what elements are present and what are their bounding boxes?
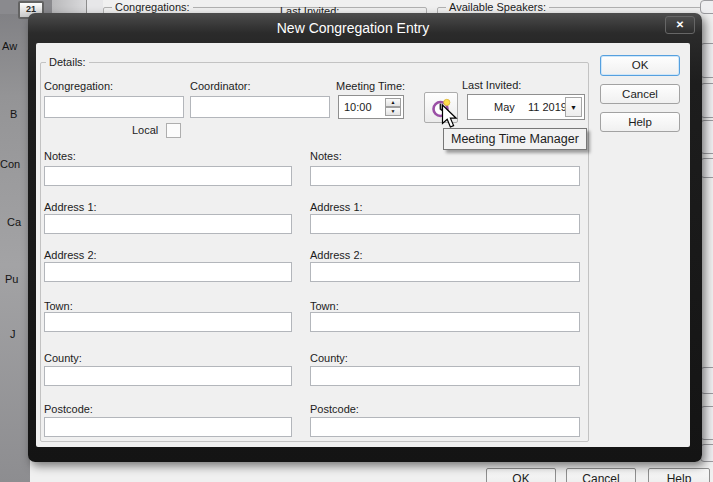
postcode-right-label: Postcode: bbox=[310, 403, 359, 415]
chevron-down-icon: ▼ bbox=[570, 104, 577, 111]
town-left-input[interactable] bbox=[44, 312, 292, 332]
mouse-cursor bbox=[441, 104, 459, 132]
rail-label-clipped: Aw bbox=[2, 40, 17, 52]
meeting-time-value: 10:00 bbox=[344, 101, 372, 113]
spin-up-button[interactable]: ▲ bbox=[385, 98, 401, 107]
rail-label-clipped: J bbox=[10, 328, 16, 340]
last-invited-date-dropdown[interactable]: May 11 2019 ▼ bbox=[467, 94, 585, 120]
local-label: Local bbox=[132, 124, 158, 136]
close-button[interactable]: ✕ bbox=[665, 16, 695, 34]
meeting-time-spinner[interactable]: 10:00 ▲ ▼ bbox=[338, 95, 404, 119]
postcode-right-input[interactable] bbox=[310, 417, 580, 437]
address1-right-label: Address 1: bbox=[310, 201, 363, 213]
background-partial-button bbox=[700, 0, 713, 14]
county-left-label: County: bbox=[44, 352, 82, 364]
notes-left-label: Notes: bbox=[44, 150, 76, 162]
background-toolbar-segment bbox=[52, 0, 87, 14]
rail-label-clipped: B bbox=[10, 108, 17, 120]
meeting-time-label: Meeting Time: bbox=[336, 80, 405, 92]
background-toolbar-segment bbox=[87, 0, 103, 14]
help-button[interactable]: Help bbox=[600, 112, 680, 132]
parent-cancel-button[interactable]: Cancel bbox=[566, 468, 636, 482]
address2-left-label: Address 2: bbox=[44, 249, 97, 261]
spin-down-icon: ▼ bbox=[391, 108, 396, 114]
background-left-rail bbox=[0, 0, 30, 482]
date-month-value: May bbox=[494, 101, 515, 113]
ok-button[interactable]: OK bbox=[600, 55, 680, 76]
coordinator-input[interactable] bbox=[190, 96, 330, 118]
postcode-left-label: Postcode: bbox=[44, 403, 93, 415]
dropdown-button[interactable]: ▼ bbox=[565, 97, 582, 117]
spin-up-icon: ▲ bbox=[391, 99, 396, 105]
rail-label-clipped: Ca bbox=[7, 216, 21, 228]
congregations-group-label: Congregations: bbox=[112, 1, 193, 13]
parent-help-button[interactable]: Help bbox=[648, 468, 710, 482]
postcode-left-input[interactable] bbox=[44, 417, 292, 437]
spinner-buttons: ▲ ▼ bbox=[385, 98, 401, 116]
date-day-year-value: 11 2019 bbox=[528, 101, 567, 113]
congregation-input[interactable] bbox=[44, 96, 184, 118]
screen: Aw B Con Ca Pu J 21 Congregations: Avail… bbox=[0, 0, 713, 482]
town-right-label: Town: bbox=[310, 300, 339, 312]
county-right-label: County: bbox=[310, 352, 348, 364]
address1-left-input[interactable] bbox=[44, 214, 292, 234]
details-group-label: Details: bbox=[46, 56, 89, 68]
town-left-label: Town: bbox=[44, 300, 73, 312]
county-left-input[interactable] bbox=[44, 366, 292, 386]
dialog-panel: Details: Congregation: Coordinator: Meet… bbox=[36, 43, 690, 447]
address2-right-label: Address 2: bbox=[310, 249, 363, 261]
new-congregation-dialog: New Congregation Entry ✕ Details: Congre… bbox=[28, 13, 702, 462]
congregation-label: Congregation: bbox=[44, 80, 113, 92]
close-icon: ✕ bbox=[676, 19, 684, 30]
notes-right-input[interactable] bbox=[310, 166, 580, 186]
last-invited-label: Last Invited: bbox=[462, 79, 521, 91]
available-speakers-group-label: Available Speakers: bbox=[446, 1, 549, 13]
address2-right-input[interactable] bbox=[310, 262, 580, 282]
town-right-input[interactable] bbox=[310, 312, 580, 332]
rail-label-clipped: Pu bbox=[5, 273, 18, 285]
coordinator-label: Coordinator: bbox=[190, 80, 251, 92]
dialog-title: New Congregation Entry bbox=[28, 20, 678, 36]
county-right-input[interactable] bbox=[310, 366, 580, 386]
notes-left-input[interactable] bbox=[44, 166, 292, 186]
local-checkbox[interactable] bbox=[166, 123, 181, 138]
notes-right-label: Notes: bbox=[310, 150, 342, 162]
spin-down-button[interactable]: ▼ bbox=[385, 107, 401, 116]
address2-left-input[interactable] bbox=[44, 262, 292, 282]
cancel-button[interactable]: Cancel bbox=[600, 84, 680, 104]
address1-right-input[interactable] bbox=[310, 214, 580, 234]
parent-ok-button[interactable]: OK bbox=[486, 468, 556, 482]
rail-label-clipped: Con bbox=[0, 158, 20, 170]
address1-left-label: Address 1: bbox=[44, 201, 97, 213]
tooltip: Meeting Time Manager bbox=[443, 128, 587, 150]
